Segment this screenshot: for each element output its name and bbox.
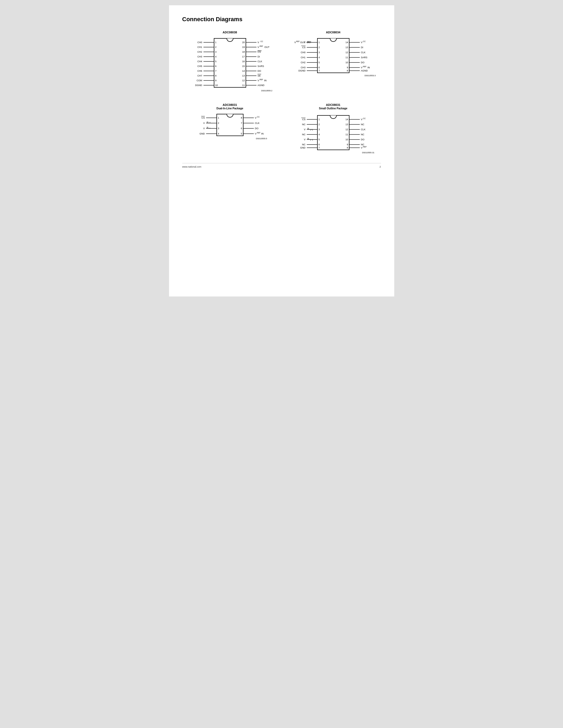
page-title: Connection Diagrams: [182, 16, 381, 23]
footer-page: 2: [380, 165, 381, 168]
svg-text:DO: DO: [361, 61, 365, 64]
svg-text:GND: GND: [199, 132, 205, 135]
svg-text:18: 18: [242, 51, 244, 53]
svg-text:5: 5: [319, 138, 320, 141]
svg-text:CC: CC: [363, 41, 366, 42]
svg-text:7: 7: [215, 70, 216, 72]
svg-text:OUT: OUT: [264, 46, 270, 48]
svg-text:DO: DO: [361, 138, 365, 141]
svg-text:DO: DO: [257, 70, 261, 72]
svg-text:IN: IN: [261, 132, 263, 135]
svg-text:V: V: [304, 128, 305, 131]
svg-text:AGND: AGND: [361, 69, 368, 72]
svg-text:COM: COM: [196, 79, 202, 82]
svg-text:SARS: SARS: [257, 65, 264, 68]
diagram-adc08031-dil-title: ADC08031: [222, 103, 237, 106]
adc08034-svg: V REF OUT VREF OUT 1 CS 2 CH0 3 CH1 4: [291, 34, 376, 78]
svg-text:V: V: [257, 41, 259, 44]
svg-text:14: 14: [242, 70, 244, 72]
diagram-adc08031-so: ADC08031 Small Outline Package CS 1 NC 2: [286, 103, 381, 155]
svg-text:5: 5: [215, 60, 216, 63]
svg-text:CH2: CH2: [197, 51, 202, 53]
svg-text:6: 6: [319, 66, 320, 69]
diagram-adc08031-so-title: ADC08031: [326, 103, 340, 106]
svg-rect-157: [318, 115, 349, 150]
svg-text:IN: IN: [207, 121, 208, 123]
svg-text:6: 6: [240, 127, 242, 130]
svg-text:11: 11: [242, 84, 244, 87]
svg-text:V: V: [203, 122, 204, 124]
svg-text:6: 6: [215, 65, 216, 68]
svg-text:V: V: [255, 116, 256, 119]
svg-text:REF: REF: [259, 45, 263, 47]
svg-text:17: 17: [242, 55, 244, 58]
svg-text:3: 3: [215, 51, 216, 53]
svg-text:V: V: [257, 79, 259, 82]
svg-text:IN: IN: [368, 66, 370, 69]
svg-text:IN: IN: [207, 127, 208, 128]
diagram-adc08034: ADC08034 V REF OUT VREF OUT 1 CS 2: [286, 31, 381, 93]
svg-text:14: 14: [345, 41, 348, 44]
svg-text:2: 2: [319, 46, 320, 49]
adc08031-dil-svg: CS 1 V IN + 2 V IN − 3 GND 4: [193, 111, 267, 141]
svg-text:13: 13: [345, 123, 348, 126]
svg-text:REF: REF: [257, 132, 260, 134]
svg-text:CH0: CH0: [197, 41, 202, 44]
svg-text:GND: GND: [300, 146, 306, 149]
svg-text:−: −: [209, 127, 211, 129]
svg-text:CH1: CH1: [301, 56, 305, 59]
svg-text:12: 12: [345, 51, 348, 54]
adc08031-so-svg: CS 1 NC 2 V IN (+) 3 NC 4 V: [292, 111, 374, 155]
svg-text:8: 8: [240, 116, 242, 119]
footer-url: www.national.com: [182, 165, 202, 168]
svg-text:7: 7: [319, 146, 320, 149]
svg-text:CH5: CH5: [197, 65, 202, 68]
svg-text:CS: CS: [302, 46, 306, 49]
svg-text:CS: CS: [302, 118, 306, 121]
svg-text:1: 1: [319, 41, 320, 44]
footer: www.national.com 2: [182, 163, 381, 168]
svg-text:9: 9: [347, 66, 348, 69]
svg-text:CLK: CLK: [257, 60, 262, 63]
svg-text:IN: IN: [264, 79, 266, 82]
svg-text:REF: REF: [296, 41, 300, 42]
svg-text:11: 11: [345, 56, 348, 59]
svg-text:DS010553-3: DS010553-3: [364, 74, 376, 77]
svg-text:SE: SE: [257, 74, 261, 77]
svg-text:REF: REF: [259, 79, 263, 80]
svg-text:8: 8: [215, 74, 216, 77]
svg-text:9: 9: [347, 143, 348, 146]
svg-text:CH3: CH3: [197, 55, 202, 58]
svg-text:V: V: [203, 127, 204, 130]
svg-text:V: V: [361, 146, 363, 149]
svg-rect-69: [318, 38, 349, 73]
svg-text:(+): (+): [310, 128, 313, 131]
diagram-adc08038-title: ADC08038: [222, 31, 237, 34]
svg-text:CC: CC: [363, 118, 366, 119]
svg-text:CLK: CLK: [361, 51, 366, 54]
svg-text:6: 6: [319, 143, 320, 146]
svg-text:CH1: CH1: [197, 46, 202, 48]
svg-text:8: 8: [347, 146, 348, 149]
svg-text:4: 4: [319, 133, 320, 136]
svg-text:2: 2: [215, 46, 216, 48]
svg-text:NC: NC: [302, 143, 306, 146]
svg-text:DS010555-2: DS010555-2: [261, 89, 272, 92]
svg-text:V: V: [361, 118, 363, 121]
diagram-adc08031-dil-subtitle: Dual-In-Line Package: [216, 107, 243, 110]
diagram-adc08031-so-subtitle: Small Outline Package: [319, 107, 347, 110]
svg-text:CH2: CH2: [301, 61, 305, 64]
svg-text:14: 14: [345, 118, 348, 121]
svg-text:13: 13: [242, 74, 244, 77]
svg-text:19: 19: [242, 46, 244, 48]
svg-text:11: 11: [345, 133, 348, 136]
svg-text:DO: DO: [255, 127, 258, 130]
svg-text:DI: DI: [361, 46, 363, 49]
svg-text:CH6: CH6: [197, 70, 202, 72]
svg-text:10: 10: [215, 84, 218, 87]
svg-text:SARS: SARS: [361, 56, 368, 59]
svg-text:4: 4: [218, 132, 219, 135]
svg-text:20: 20: [242, 41, 244, 44]
svg-text:DS010555-31: DS010555-31: [362, 151, 374, 154]
svg-text:DI: DI: [257, 55, 260, 58]
